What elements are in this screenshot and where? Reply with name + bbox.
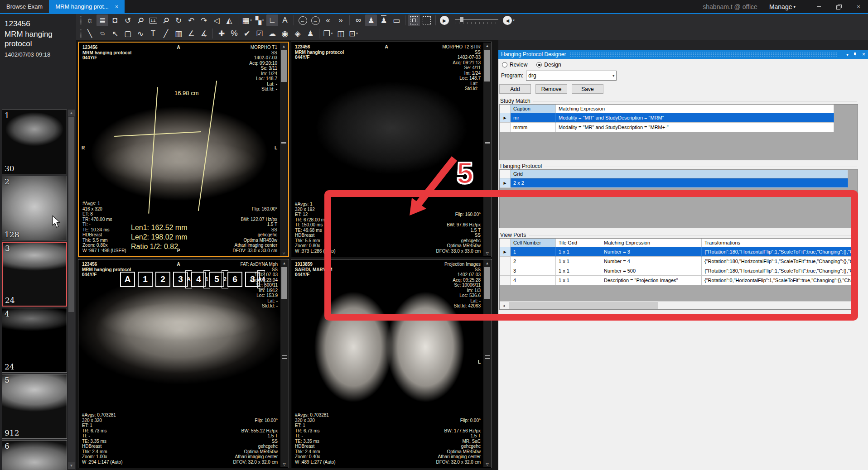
first-series-icon[interactable]: « bbox=[322, 14, 334, 26]
table-row-3[interactable]: 31 x 1Number = 500{"Rotation":180,"Horiz… bbox=[500, 266, 858, 276]
table-cell[interactable]: Description = "Projection Images" bbox=[601, 276, 702, 285]
next-image-icon[interactable]: → bbox=[309, 14, 321, 26]
table-row-2[interactable]: mrmmModality = "MR" and StudyDescription… bbox=[500, 123, 858, 132]
viewport-4[interactable]: 1913859 SAEIDI, MARYAM 044Y/FProjection … bbox=[291, 259, 492, 468]
undo-icon[interactable]: ↺ bbox=[122, 14, 134, 26]
invert-icon[interactable]: ◘ bbox=[109, 14, 121, 26]
zoom-icon[interactable]: ⚲ bbox=[135, 14, 146, 26]
copy-layout-icon[interactable]: ❐▾ bbox=[322, 28, 334, 39]
approve-checkbox-icon[interactable]: ☑ bbox=[254, 28, 265, 39]
viewport-scrollbar[interactable]: ▲▽ bbox=[483, 43, 491, 256]
viewport-3[interactable]: 123456 MRM hanging protocol 044Y/FAFAT: … bbox=[78, 259, 289, 468]
table-cell[interactable]: 3 bbox=[511, 266, 556, 276]
patient-orientation-icon[interactable]: ♟ bbox=[365, 14, 377, 26]
series-thumbnail-3[interactable]: 324 bbox=[2, 242, 67, 307]
row-selector[interactable] bbox=[500, 257, 511, 266]
link-series-icon[interactable]: ∞ bbox=[352, 14, 364, 26]
table-cell[interactable]: mr bbox=[511, 113, 556, 123]
scroll-down-icon[interactable]: ▽ bbox=[280, 249, 288, 256]
close-tab-icon[interactable]: × bbox=[115, 4, 118, 10]
hscrollbar-thumb[interactable] bbox=[509, 302, 658, 309]
tab-mrm-hanging-protocol[interactable]: MRM hanging prot... × bbox=[49, 0, 125, 13]
table-cell[interactable]: Modality = "MR" and StudyDescription = "… bbox=[556, 113, 834, 123]
series-thumbnail-5[interactable]: 5912 bbox=[2, 374, 67, 439]
column-header[interactable]: Matching Expression bbox=[601, 239, 702, 247]
patient-position-icon[interactable]: ♟ bbox=[304, 28, 316, 39]
viewport-1[interactable]: 123456 MRM hanging protocol 044Y/FAMORPH… bbox=[78, 42, 289, 257]
table-cell[interactable]: mrmm bbox=[511, 123, 556, 132]
flip-vertical-icon[interactable]: ◭ bbox=[223, 14, 235, 26]
table-cell[interactable]: Number = 4 bbox=[601, 257, 702, 266]
rotate-right-icon[interactable]: ↷ bbox=[198, 14, 210, 26]
selection-frame-icon[interactable] bbox=[408, 14, 420, 26]
annotation-pin-icon[interactable]: ◉ bbox=[279, 28, 291, 39]
scrollbar-thumb[interactable] bbox=[281, 50, 287, 82]
restore-button[interactable] bbox=[835, 4, 842, 10]
previous-image-icon[interactable]: ← bbox=[297, 14, 309, 26]
toolbar-grip[interactable] bbox=[80, 16, 82, 24]
column-header[interactable]: Transformations bbox=[702, 239, 858, 247]
table-cell[interactable]: Number = 500 bbox=[601, 266, 702, 276]
column-header[interactable]: Grid bbox=[511, 170, 848, 178]
tile-button-6[interactable]: 6 bbox=[227, 272, 242, 287]
close-button[interactable]: × bbox=[855, 4, 862, 10]
patient-height-icon[interactable]: ♟ bbox=[378, 14, 390, 26]
tile-button-1[interactable]: 1 bbox=[138, 272, 153, 287]
roi-statistics-icon[interactable]: % bbox=[228, 28, 240, 39]
tab-browse-exam[interactable]: Browse Exam bbox=[0, 0, 49, 13]
measure-parallel-icon[interactable]: ▥ bbox=[173, 28, 184, 39]
scroll-up-icon[interactable]: ▲ bbox=[483, 260, 491, 266]
cine-slider-icon[interactable] bbox=[451, 14, 502, 26]
table-cell[interactable]: {"Rotation":180,"HorizontalFlip":1,"Scal… bbox=[702, 257, 858, 266]
table-cell[interactable]: 1 x 1 bbox=[556, 247, 601, 257]
measure-tape-icon[interactable]: ▭ bbox=[391, 14, 402, 26]
measure-length-icon[interactable]: ╱ bbox=[160, 28, 172, 39]
column-header[interactable]: Tile Grid bbox=[556, 239, 601, 247]
calibrate-ruler-icon[interactable]: ∟ bbox=[266, 14, 278, 26]
magnify-region-icon[interactable]: ⚲ bbox=[160, 14, 172, 26]
table-row-1[interactable]: ▶2 x 2 bbox=[500, 178, 858, 188]
hanging-columns-icon[interactable]: ◫ bbox=[335, 28, 347, 39]
draw-arrow-icon[interactable]: ↖ bbox=[109, 28, 121, 39]
program-select[interactable]: drg ▾ bbox=[526, 71, 617, 81]
scrollbar-thumb[interactable] bbox=[68, 117, 74, 312]
approve-circle-icon[interactable]: ✔ bbox=[241, 28, 253, 39]
last-series-icon[interactable]: » bbox=[335, 14, 347, 26]
radio-review[interactable]: Review bbox=[502, 62, 527, 68]
scroll-up-icon[interactable]: ▲ bbox=[68, 110, 75, 116]
table-cell[interactable]: 1 x 1 bbox=[556, 266, 601, 276]
layout-grid-icon[interactable]: ▦▾ bbox=[241, 14, 253, 26]
series-thumbnail-6[interactable]: 6 bbox=[2, 440, 67, 470]
flip-horizontal-icon[interactable]: ◁ bbox=[211, 14, 222, 26]
column-header[interactable]: Cell Number bbox=[511, 239, 556, 247]
probe-crosshair-icon[interactable]: ✚ bbox=[216, 28, 227, 39]
view-ports-hscrollbar[interactable]: ◂ ▸ bbox=[500, 301, 858, 309]
series-thumbnail-1[interactable]: 130 bbox=[2, 110, 67, 174]
table-row-1[interactable]: ▶11 x 1Number = 3{"Rotation":180,"Horizo… bbox=[500, 247, 858, 257]
cine-play-icon[interactable]: ▶ bbox=[439, 14, 450, 26]
rotate-left-icon[interactable]: ↶ bbox=[185, 14, 197, 26]
layout-tiles-icon[interactable]: ▚▾ bbox=[254, 14, 265, 26]
measure-angle-icon[interactable]: ∠ bbox=[185, 28, 197, 39]
draw-ellipse-icon[interactable]: ○ bbox=[96, 28, 108, 39]
manage-menu[interactable]: Manage▾ bbox=[769, 3, 796, 10]
table-cell[interactable]: {"Rotation":180,"HorizontalFlip":1,"Scal… bbox=[702, 247, 858, 257]
table-row-2[interactable]: 21 x 1Number = 4{"Rotation":180,"Horizon… bbox=[500, 257, 858, 266]
row-selector[interactable]: ▶ bbox=[500, 247, 511, 257]
annotations-text-icon[interactable]: A bbox=[279, 14, 291, 26]
tile-button-A[interactable]: A bbox=[120, 272, 135, 287]
back-icon[interactable]: ◀▾ bbox=[503, 14, 515, 26]
row-selector[interactable] bbox=[500, 266, 511, 276]
viewport-scrollbar[interactable]: ▲▽ bbox=[280, 260, 288, 467]
row-selector[interactable]: ▶ bbox=[500, 178, 511, 188]
series-thumbnail-4[interactable]: 424 bbox=[2, 308, 67, 373]
scrollbar-thumb[interactable] bbox=[484, 267, 490, 299]
tile-button-A4[interactable]: A4 bbox=[257, 270, 265, 288]
scroll-up-icon[interactable]: ▲ bbox=[280, 260, 288, 266]
draw-polygon-icon[interactable]: ▢ bbox=[122, 28, 134, 39]
scroll-down-icon[interactable]: ▽ bbox=[483, 461, 491, 467]
draw-line-icon[interactable]: ╲ bbox=[84, 28, 96, 39]
table-row-4[interactable]: 41 x 1Description = "Projection Images"{… bbox=[500, 276, 858, 285]
one-to-one-icon[interactable]: 1:1 bbox=[147, 14, 159, 26]
table-cell[interactable]: 1 bbox=[511, 247, 556, 257]
